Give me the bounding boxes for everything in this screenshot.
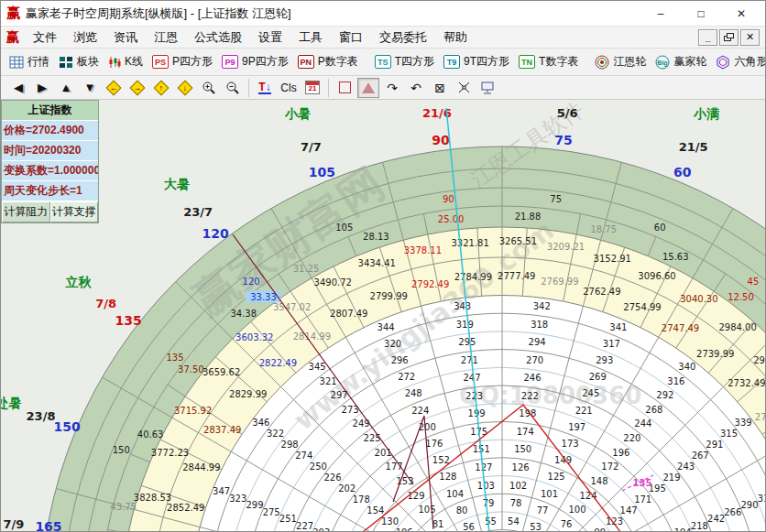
toolbar-9t-square-button[interactable]: T9 9T四方形 (439, 52, 514, 71)
mdi-close-button[interactable]: ✕ (740, 29, 760, 46)
svg-text:小暑: 小暑 (284, 106, 311, 121)
svg-text:2762.49: 2762.49 (583, 287, 620, 297)
presentation-button[interactable] (476, 78, 498, 98)
menu-window[interactable]: 窗口 (331, 27, 371, 48)
svg-text:2822.49: 2822.49 (259, 358, 297, 368)
nav-down-button[interactable]: ▼ (79, 78, 101, 98)
svg-text:3490.72: 3490.72 (314, 277, 352, 288)
zoom-out-button[interactable] (222, 78, 244, 98)
expand-button[interactable]: ⊠ (429, 78, 451, 98)
shift-up-button[interactable]: ↑ (150, 78, 172, 98)
toolbar-t-square-button[interactable]: TS T四方形 (370, 52, 439, 71)
svg-text:339: 339 (735, 418, 752, 428)
svg-text:268: 268 (645, 405, 662, 415)
menu-tools[interactable]: 工具 (290, 27, 331, 48)
svg-text:224: 224 (411, 406, 429, 416)
menu-trade[interactable]: 交易委托 (371, 27, 435, 48)
svg-text:320: 320 (384, 339, 401, 349)
calc-support-button[interactable]: 计算支撑 (50, 201, 99, 223)
nav-next-button[interactable]: ▶ (31, 78, 53, 98)
rotate-ccw-button[interactable]: ↶ (405, 78, 427, 98)
svg-text:223: 223 (465, 391, 483, 401)
close-button[interactable]: ✕ (723, 3, 760, 25)
sort-time-button[interactable]: T↓ (254, 78, 276, 98)
menu-browse[interactable]: 浏览 (65, 27, 105, 48)
svg-text:54: 54 (508, 516, 520, 527)
svg-text:2724.99: 2724.99 (755, 412, 766, 422)
triangle-shape-button[interactable] (357, 78, 379, 98)
svg-text:3772.23: 3772.23 (151, 448, 189, 458)
hexagon-icon (716, 55, 730, 70)
svg-text:297: 297 (331, 390, 348, 400)
toolbar-quotes-button[interactable]: 行情 (5, 52, 54, 71)
svg-text:105: 105 (309, 165, 335, 179)
svg-text:135: 135 (166, 353, 183, 363)
square-shape-button[interactable] (334, 78, 356, 98)
shift-right-button[interactable]: → (126, 78, 148, 98)
minimize-button[interactable]: – (642, 3, 679, 25)
shift-down-button[interactable]: ↓ (174, 78, 196, 98)
rotate-cw-button[interactable]: ↷ (381, 78, 403, 98)
svg-text:3152.91: 3152.91 (594, 254, 631, 264)
svg-text:2792.49: 2792.49 (411, 279, 449, 289)
toolbar-gann-wheel-button[interactable]: 江恩轮 (590, 52, 651, 71)
cls-label: Cls (280, 81, 296, 94)
mdi-minimize-button[interactable]: _ (698, 29, 717, 46)
svg-text:319: 319 (456, 320, 474, 330)
menu-help[interactable]: 帮助 (435, 27, 476, 48)
calc-resistance-button[interactable]: 计算阻力 (2, 201, 50, 223)
toolbar-kline-button[interactable]: K线 (104, 52, 148, 71)
cls-button[interactable]: Cls (278, 78, 300, 98)
toolbar-t-number-table-button[interactable]: TN T数字表 (514, 52, 583, 71)
gann-wheel-chart[interactable]: 赢家财富网江恩工具软件www.yingjia360.comQQ:10800360… (1, 100, 766, 532)
svg-text:103: 103 (477, 481, 495, 491)
svg-text:56: 56 (463, 522, 475, 532)
svg-text:345: 345 (309, 362, 326, 372)
svg-text:269: 269 (589, 372, 607, 382)
right-triangle-icon: ▶ (38, 81, 47, 94)
menu-settings[interactable]: 设置 (250, 27, 290, 48)
menu-news[interactable]: 资讯 (105, 27, 146, 48)
toolbar-p-square-button[interactable]: PS P四方形 (148, 52, 217, 71)
app-logo-icon: 赢 (6, 5, 20, 22)
svg-text:147: 147 (620, 505, 638, 516)
rotate-cw-icon: ↷ (387, 81, 398, 95)
svg-text:3321.81: 3321.81 (451, 238, 488, 248)
maximize-button[interactable]: □ (683, 3, 719, 25)
svg-text:120: 120 (243, 277, 260, 287)
shift-left-button[interactable]: ← (103, 78, 125, 98)
svg-text:291: 291 (706, 440, 723, 450)
svg-text:2837.49: 2837.49 (203, 425, 241, 435)
nav-prev-button[interactable]: ◀ (7, 78, 29, 98)
calendar-button[interactable]: 21 (301, 78, 323, 98)
svg-text:3715.92: 3715.92 (174, 406, 212, 416)
p9-badge-icon: P9 (222, 55, 238, 69)
zoom-in-button[interactable] (198, 78, 220, 98)
svg-text:342: 342 (533, 301, 551, 311)
toolbar-9p-square-button[interactable]: P9 9P四方形 (217, 52, 293, 71)
svg-text:343: 343 (454, 301, 471, 311)
svg-text:3434.41: 3434.41 (358, 258, 396, 268)
svg-text:171: 171 (634, 494, 651, 505)
toolbar-p-number-table-button[interactable]: PN P数字表 (293, 52, 363, 71)
menu-gann[interactable]: 江恩 (146, 27, 186, 48)
svg-text:18.75: 18.75 (590, 224, 617, 234)
svg-text:28.13: 28.13 (363, 232, 389, 242)
toolbar-separator (328, 79, 329, 97)
menu-file[interactable]: 文件 (25, 27, 65, 48)
svg-text:244: 244 (634, 418, 651, 429)
svg-text:275: 275 (263, 507, 280, 517)
toolbar-sectors-button[interactable]: 板块 (54, 52, 104, 71)
svg-text:2732.49: 2732.49 (728, 378, 765, 388)
nav-up-button[interactable]: ▲ (55, 78, 77, 98)
svg-text:246: 246 (523, 373, 541, 383)
shrink-button[interactable] (453, 78, 475, 98)
svg-text:101: 101 (541, 489, 558, 499)
menu-formula-stock-pick[interactable]: 公式选股 (186, 27, 250, 48)
toolbar-hexagon-button[interactable]: 六角形 (711, 52, 766, 71)
toolbar-winner-wheel-button[interactable]: Big 赢家轮 (651, 52, 711, 71)
mdi-restore-button[interactable] (719, 29, 739, 46)
svg-text:245: 245 (582, 388, 599, 398)
svg-text:315: 315 (720, 429, 738, 439)
svg-text:7/9: 7/9 (4, 517, 25, 531)
